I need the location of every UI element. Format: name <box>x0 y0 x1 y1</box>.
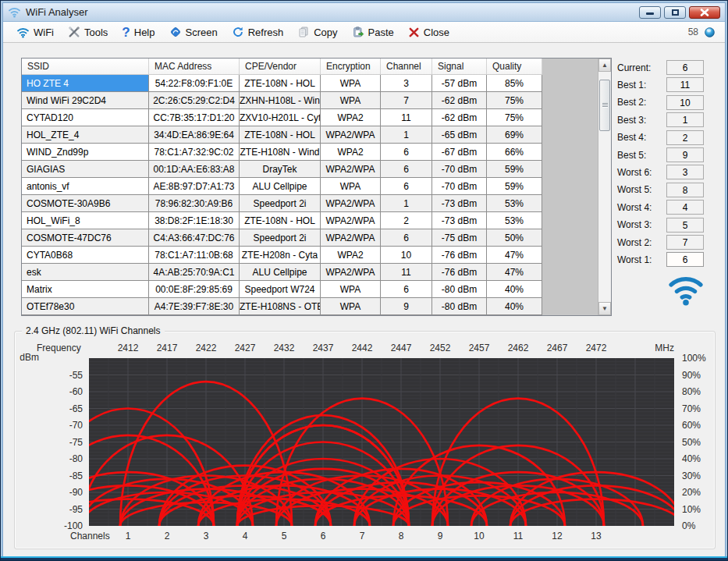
stat-row: Best 5:9 <box>617 147 719 162</box>
cell-quality: 40% <box>487 298 542 315</box>
cell-quality: 59% <box>487 178 542 195</box>
cell-channel: 10 <box>381 247 432 264</box>
cell-signal: -80 dBm <box>432 281 487 298</box>
cell-encryption: WPA <box>321 281 381 298</box>
column-header-quality[interactable]: Quality <box>487 59 542 75</box>
stat-label: Current: <box>617 62 664 73</box>
svg-text:MHz: MHz <box>655 343 674 353</box>
table-row[interactable]: HOL_WiFi_838:D8:2F:1E:18:30ZTE-108N - HO… <box>22 212 542 229</box>
cell-signal: -73 dBm <box>432 195 487 212</box>
cell-encryption: WPA2/WPA <box>321 126 381 144</box>
cell-ssid: esk <box>22 264 149 281</box>
stat-row: Best 2:10 <box>617 95 719 110</box>
cell-encryption: WPA2 <box>321 247 381 264</box>
stat-row: Current:6 <box>617 60 719 75</box>
network-table: SSIDMAC AddressCPE/VendorEncryptionChann… <box>21 58 612 316</box>
table-row[interactable]: OTEf78e30A4:7E:39:F7:8E:30ZTE-H108NS - O… <box>22 298 542 315</box>
svg-text:40%: 40% <box>682 453 701 464</box>
table-row[interactable]: COSMOTE-30A9B678:96:82:30:A9:B6Speedport… <box>22 195 542 212</box>
stat-value-box: 6 <box>666 60 704 75</box>
table-row[interactable]: COSMOTE-47DC76C4:A3:66:47:DC:76Speedport… <box>22 229 542 247</box>
scroll-down-button[interactable]: ▼ <box>598 302 611 315</box>
svg-text:1: 1 <box>126 531 131 541</box>
column-header-vendor[interactable]: CPE/Vendor <box>240 59 321 75</box>
toolbar-help-button[interactable]: ? Help <box>115 25 162 40</box>
cell-encryption: WPA <box>321 178 381 195</box>
svg-text:Channels: Channels <box>70 531 110 541</box>
toolbar-paste-button[interactable]: Paste <box>345 24 401 40</box>
window-close-button[interactable] <box>689 6 720 19</box>
scrollbar-thumb[interactable] <box>599 80 610 131</box>
stat-row: Best 1:11 <box>617 77 719 92</box>
cell-mac: 4A:AB:25:70:9A:C1 <box>149 264 240 281</box>
table-row[interactable]: CYTAD120CC:7B:35:17:D1:20ZXV10-H201L - C… <box>22 109 542 126</box>
cell-ssid: CYTA0B68 <box>22 247 149 264</box>
svg-text:90%: 90% <box>682 370 701 381</box>
stat-label: Best 3: <box>617 115 664 126</box>
cell-quality: 75% <box>487 92 542 109</box>
stat-label: Worst 6: <box>617 167 664 178</box>
column-header-mac[interactable]: MAC Address <box>149 59 240 75</box>
toolbar-refresh-button[interactable]: Refresh <box>225 24 291 40</box>
svg-text:12: 12 <box>552 531 563 541</box>
toolbar-screen-button[interactable]: Screen <box>162 24 225 40</box>
table-row[interactable]: esk4A:AB:25:70:9A:C1ALU CellpipeWPA2/WPA… <box>22 264 542 281</box>
cell-channel: 1 <box>381 126 432 144</box>
cell-quality: 66% <box>487 144 542 161</box>
cell-vendor: Speedport 2i <box>240 195 321 212</box>
cell-mac: 34:4D:EA:86:9E:64 <box>149 126 240 144</box>
column-header-ssid[interactable]: SSID <box>22 59 149 75</box>
cell-channel: 11 <box>381 264 432 281</box>
table-scrollbar[interactable]: ▲ ▼ <box>598 59 611 315</box>
svg-text:70%: 70% <box>682 403 701 414</box>
cell-channel: 7 <box>381 92 432 109</box>
cell-ssid: HOL_WiFi_8 <box>22 212 149 229</box>
cell-signal: -76 dBm <box>432 264 487 281</box>
column-header-encryption[interactable]: Encryption <box>321 59 381 75</box>
minimize-button[interactable] <box>639 6 661 19</box>
cell-mac: A4:7E:39:F7:8E:30 <box>149 298 240 315</box>
column-header-channel[interactable]: Channel <box>381 59 432 75</box>
stat-label: Best 5: <box>617 150 664 161</box>
app-window: WiFi Analyser WiFi Tools <box>0 0 728 561</box>
cell-signal: -70 dBm <box>432 161 487 178</box>
table-row[interactable]: Wind WiFi 29C2D42C:26:C5:29:C2:D4ZXHN-H1… <box>22 92 542 109</box>
cell-encryption: WPA2/WPA <box>321 229 381 247</box>
svg-text:2412: 2412 <box>118 343 139 353</box>
column-header-signal[interactable]: Signal <box>432 59 487 75</box>
maximize-button[interactable] <box>664 6 686 19</box>
titlebar[interactable]: WiFi Analyser <box>3 3 725 22</box>
stat-value-box: 11 <box>666 77 704 92</box>
svg-text:2472: 2472 <box>586 343 607 353</box>
toolbar-wifi-button[interactable]: WiFi <box>9 25 61 40</box>
cell-mac: 2C:26:C5:29:C2:D4 <box>149 92 240 109</box>
svg-text:10: 10 <box>474 531 485 541</box>
svg-text:2457: 2457 <box>469 343 490 353</box>
cell-vendor: DrayTek <box>240 161 321 178</box>
scroll-up-button[interactable]: ▲ <box>598 59 611 72</box>
cell-ssid: CYTAD120 <box>22 109 149 126</box>
toolbar-tools-button[interactable]: Tools <box>61 24 115 40</box>
stat-label: Best 4: <box>617 132 664 143</box>
cell-quality: 53% <box>487 195 542 212</box>
cell-ssid: GIAGIAS <box>22 161 149 178</box>
svg-text:50%: 50% <box>682 437 701 448</box>
cell-ssid: WIND_Znd99p <box>22 144 149 161</box>
table-row[interactable]: Matrix00:0E:8F:29:85:69Speedport W724WPA… <box>22 281 542 298</box>
svg-text:2462: 2462 <box>508 343 529 353</box>
toolbar-copy-button[interactable]: Copy <box>290 24 344 40</box>
table-row[interactable]: HOL_ZTE_434:4D:EA:86:9E:64ZTE-108N - HOL… <box>22 126 542 144</box>
table-row[interactable]: antonis_vfAE:8B:97:D7:A1:73ALU CellpipeW… <box>22 178 542 195</box>
table-row[interactable]: HO ZTE 454:22:F8:09:F1:0EZTE-108N - HOLW… <box>22 75 542 92</box>
toolbar-close-button[interactable]: Close <box>401 25 456 40</box>
cell-channel: 6 <box>381 144 432 161</box>
stat-value-box: 2 <box>666 130 704 145</box>
svg-text:2422: 2422 <box>196 343 217 353</box>
stat-label: Worst 5: <box>617 184 664 195</box>
cell-signal: -62 dBm <box>432 109 487 126</box>
table-row[interactable]: WIND_Znd99p78:C1:A7:32:9C:02ZTE-H108N - … <box>22 144 542 161</box>
stat-value-box: 1 <box>666 112 704 127</box>
stat-label: Worst 1: <box>617 254 664 265</box>
table-row[interactable]: GIAGIAS00:1D:AA:E6:83:A8DrayTekWPA2/WPA6… <box>22 161 542 178</box>
table-row[interactable]: CYTA0B6878:C1:A7:11:0B:68ZTE-H208n - Cyt… <box>22 247 542 264</box>
